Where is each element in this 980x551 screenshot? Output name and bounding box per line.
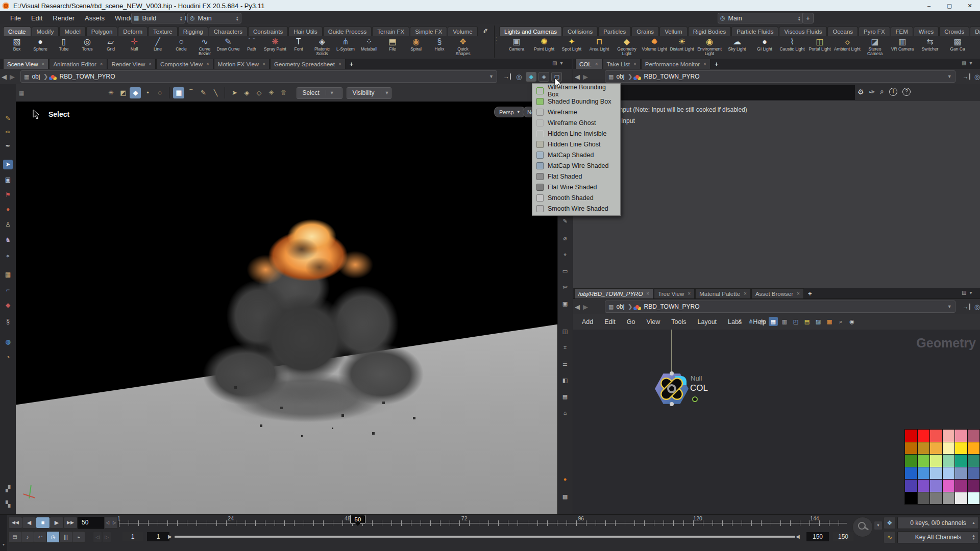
network-menu-layout[interactable]: Layout: [692, 318, 723, 325]
help-icon[interactable]: ?: [902, 88, 911, 96]
add-pane-tab-button[interactable]: +: [804, 289, 816, 298]
shelf-tab-wires[interactable]: Wires: [914, 27, 939, 36]
playbar-options-button[interactable]: ▤: [8, 531, 21, 543]
display-mode-icon[interactable]: ◈: [538, 72, 549, 82]
menu-item-hidden-line-ghost[interactable]: Hidden Line Ghost: [532, 139, 620, 149]
shelf-tool-caustic-light[interactable]: ⌇Caustic Light: [778, 37, 806, 58]
add-desktop-button[interactable]: +: [802, 13, 814, 23]
shelf-tool-distant-light[interactable]: ☀Distant Light: [668, 37, 696, 58]
prev-key-button[interactable]: ◁: [93, 531, 102, 543]
view-pen-icon[interactable]: ✎: [560, 216, 570, 226]
color-swatch[interactable]: [930, 430, 942, 442]
menu-item-wireframe-ghost[interactable]: Wireframe Ghost: [532, 117, 620, 128]
select-dot-icon[interactable]: •: [142, 87, 153, 98]
range-end-field[interactable]: 150: [806, 532, 829, 541]
brush-select-icon[interactable]: ✎: [198, 87, 209, 98]
scene-viewport[interactable]: Select Persp ▼ No: [16, 102, 557, 514]
sculpt-tool-icon[interactable]: ✑: [3, 128, 13, 137]
find-icon[interactable]: ⌕: [836, 317, 845, 326]
shelf-tool-l-system[interactable]: ⋔L-System: [334, 37, 357, 58]
chevron-down-icon[interactable]: ▾: [969, 290, 972, 295]
shelf-tool-spray-paint[interactable]: ❋Spray Paint: [263, 37, 287, 58]
shelf-tool-helix[interactable]: §Helix: [428, 37, 451, 58]
shelf-tab-viscous-fluids[interactable]: Viscous Fluids: [779, 27, 827, 36]
close-tab-icon[interactable]: ×: [262, 61, 265, 67]
tree-icon[interactable]: ⋔: [746, 317, 755, 326]
color-swatch[interactable]: [955, 442, 967, 455]
pane-tab-asset-browser[interactable]: Asset Browser×: [751, 288, 804, 298]
link-pin-icon[interactable]: →: [963, 73, 970, 80]
color-swatch[interactable]: [930, 467, 942, 480]
key-mode-combo[interactable]: Key All Channels ▲▼: [897, 531, 979, 543]
shelf-tool-camera[interactable]: ▣Camera: [503, 37, 530, 58]
shelf-tool-geometry-light[interactable]: ◆Geometry Light: [613, 37, 641, 58]
pane-tab-scene-view[interactable]: Scene View×: [3, 59, 48, 69]
color-swatch[interactable]: [918, 480, 930, 492]
select-combo[interactable]: Select ▼: [297, 87, 342, 99]
link-pin-icon[interactable]: →: [963, 304, 970, 310]
menu-item-smooth-wire-shaded[interactable]: Smooth Wire Shaded: [532, 203, 620, 214]
pane-tab-material-palette[interactable]: Material Palette×: [695, 288, 751, 298]
shelf-tab-collisions[interactable]: Collisions: [562, 27, 598, 36]
color-swatch[interactable]: [930, 480, 942, 492]
menu-assets[interactable]: Assets: [80, 14, 110, 22]
color-swatch[interactable]: [955, 455, 967, 467]
chevron-down-icon[interactable]: ▼: [947, 304, 952, 309]
shelf-tab-terrain-fx[interactable]: Terrain FX: [372, 27, 409, 36]
next-key-button[interactable]: ▷: [102, 531, 111, 543]
minimize-button[interactable]: –: [919, 1, 939, 11]
node-input-connector[interactable]: [670, 371, 674, 375]
warning-dot-icon[interactable]: ●: [560, 474, 570, 484]
shelf-tab-lights-and-cameras[interactable]: Lights and Cameras: [499, 27, 562, 36]
asset-box-icon[interactable]: ▩: [825, 317, 834, 326]
menu-item-shaded-bounding-box[interactable]: Shaded Bounding Box: [532, 96, 620, 107]
close-tab-icon[interactable]: ×: [338, 61, 341, 67]
network-menu-tools[interactable]: Tools: [666, 318, 692, 325]
shelf-tool-quick-shapes[interactable]: ❖Quick Shapes: [451, 37, 475, 58]
pane-tab-performance-monitor[interactable]: Performance Monitor×: [641, 59, 710, 69]
shelf-tool-circle[interactable]: ○Circle: [169, 37, 193, 58]
close-tab-icon[interactable]: ×: [688, 291, 691, 296]
color-swatch[interactable]: [943, 480, 955, 492]
color-swatch[interactable]: [930, 492, 942, 505]
global-end-field[interactable]: 150: [833, 532, 853, 541]
pane-grid-icon[interactable]: ▨: [552, 60, 557, 66]
pane-tab-obj-rbd-town-pyro[interactable]: /obj/RBD_TOWN_PYRO×: [574, 288, 653, 298]
menu-item-wireframe-bounding-box[interactable]: Wireframe Bounding Box: [532, 85, 620, 96]
view-null-icon[interactable]: ⌀: [560, 234, 570, 243]
shelf-tool-file[interactable]: ▤File: [381, 37, 404, 58]
path-field[interactable]: ▦ obj ❯ RBD_TOWN_PYRO ▼: [605, 300, 955, 313]
key-marker-button[interactable]: ⌁: [72, 531, 85, 543]
realtime-toggle-button[interactable]: ↩: [34, 531, 47, 543]
character-tool-icon[interactable]: ♞: [3, 235, 13, 245]
view-target-icon[interactable]: ⌖: [560, 250, 570, 259]
color-swatch[interactable]: [918, 455, 930, 467]
play-button[interactable]: ▶: [50, 517, 64, 529]
view-cube-icon[interactable]: ▣: [560, 299, 570, 308]
menu-item-matcap-shaded[interactable]: MatCap Shaded: [532, 149, 620, 160]
shelf-tab-rigid-bodies[interactable]: Rigid Bodies: [688, 27, 731, 36]
shelf-tool-stereo-camera[interactable]: ◪Stereo Camera: [861, 37, 889, 58]
back-icon[interactable]: ◀: [575, 303, 580, 311]
add-pane-tab-button[interactable]: +: [346, 59, 357, 69]
pane-grid-icon[interactable]: ▨: [962, 60, 966, 66]
shelf-grip-icon[interactable]: ⁚⁚⁚: [496, 36, 497, 43]
shelf-tab-texture[interactable]: Texture: [148, 27, 178, 36]
pane-tab-motion-fx-view[interactable]: Motion FX View×: [214, 59, 270, 69]
select-tool-icon[interactable]: ➤: [3, 160, 13, 169]
shelf-tab-fem[interactable]: FEM: [891, 27, 913, 36]
snapshot-icon[interactable]: ◉: [847, 317, 856, 326]
color-swatch[interactable]: [955, 467, 967, 480]
step-forward-button[interactable]: ▷: [111, 517, 118, 529]
shelf-tab-particles[interactable]: Particles: [598, 27, 631, 36]
comb-tool-icon[interactable]: ✒: [3, 141, 13, 151]
close-tab-icon[interactable]: ×: [703, 61, 706, 67]
close-tab-icon[interactable]: ×: [646, 291, 649, 296]
shelf-tab-modify[interactable]: Modify: [32, 27, 59, 36]
select-geometry-icon[interactable]: ◆: [130, 87, 141, 98]
close-tab-icon[interactable]: ×: [206, 61, 209, 67]
key-options-dropdown[interactable]: ▾: [874, 521, 883, 530]
view-grid-icon[interactable]: ⌗: [560, 343, 570, 352]
range-start-handle[interactable]: ▶: [168, 534, 172, 539]
pane-tab-take-list[interactable]: Take List×: [603, 59, 641, 69]
